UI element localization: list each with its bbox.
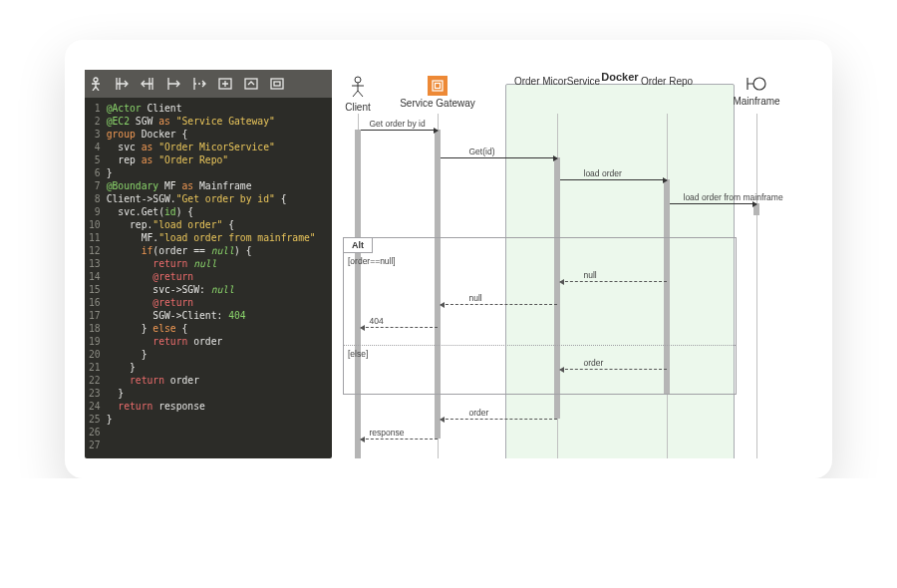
message-label: load order [584,168,622,178]
participant-label: Order MicorService [514,76,600,87]
message-label: 404 [370,316,384,326]
code-area[interactable]: 1234567891011121314151617181920212223242… [85,98,332,458]
line-gutter: 1234567891011121314151617181920212223242… [87,102,107,454]
message-label: null [584,270,597,280]
message-label: null [469,293,482,303]
alt-guard-else: [else] [348,349,368,359]
message-label: order [469,408,489,418]
actor-icon [350,76,366,100]
participant-sgw: Service Gateway [393,76,482,109]
actor-icon[interactable] [89,77,103,91]
arrow-dash-icon[interactable] [192,77,206,91]
arrow-right-icon[interactable] [166,77,180,91]
frame-plus-icon[interactable] [218,77,232,91]
alt-guard-if: [order==null] [348,256,396,266]
bar-right-icon[interactable] [141,77,154,91]
message-label: load order from mainframe [684,192,783,202]
alt-fragment: Alt[order==null][else] [343,237,737,395]
alt-label: Alt [343,237,373,253]
participant-label: Mainframe [733,96,779,107]
svg-point-30 [753,78,765,90]
message-arrow [441,304,557,305]
message-arrow [361,439,438,440]
code-editor: 1234567891011121314151617181920212223242… [85,70,332,458]
frame-in-icon[interactable] [270,77,284,91]
participant-label: Order Repo [641,76,693,87]
message-arrow [361,130,438,131]
participant-label: Client [345,102,371,113]
participant-label: Service Gateway [400,98,475,109]
editor-toolbar [85,70,332,98]
message-arrow [670,203,756,204]
participant-rep: Order Repo [622,76,712,87]
message-label: response [370,428,405,438]
svg-rect-27 [436,84,441,89]
svg-line-3 [93,87,96,91]
svg-rect-20 [274,82,280,86]
message-arrow [560,281,667,282]
participant-svc: Order MicorService [512,76,602,87]
message-arrow [560,179,667,180]
message-label: Get(id) [469,147,495,156]
svg-rect-19 [271,79,283,89]
message-arrow [361,327,438,328]
svg-point-0 [94,78,98,82]
message-arrow [560,369,667,370]
sequence-diagram: DockerClientService GatewayOrder MicorSe… [338,70,812,458]
message-label: Get order by id [370,119,426,129]
svg-point-21 [355,77,361,83]
message-label: order [584,358,604,368]
ec2-icon [428,76,448,96]
frame-up-icon[interactable] [244,77,258,91]
svg-line-25 [358,91,363,97]
code-lines: @Actor Client@EC2 SGW as "Service Gatewa… [107,102,316,454]
svg-line-4 [96,87,99,91]
alt-separator [344,345,736,346]
participant-mf: Mainframe [712,76,801,107]
message-arrow [441,157,557,158]
svg-rect-18 [245,79,257,89]
message-arrow [441,419,557,420]
lifeline-mf [756,114,757,458]
svg-line-24 [353,91,358,97]
boundary-icon [746,76,767,94]
device-frame: 1234567891011121314151617181920212223242… [65,40,832,478]
bar-left-icon[interactable] [115,77,129,91]
svg-rect-26 [433,81,443,91]
